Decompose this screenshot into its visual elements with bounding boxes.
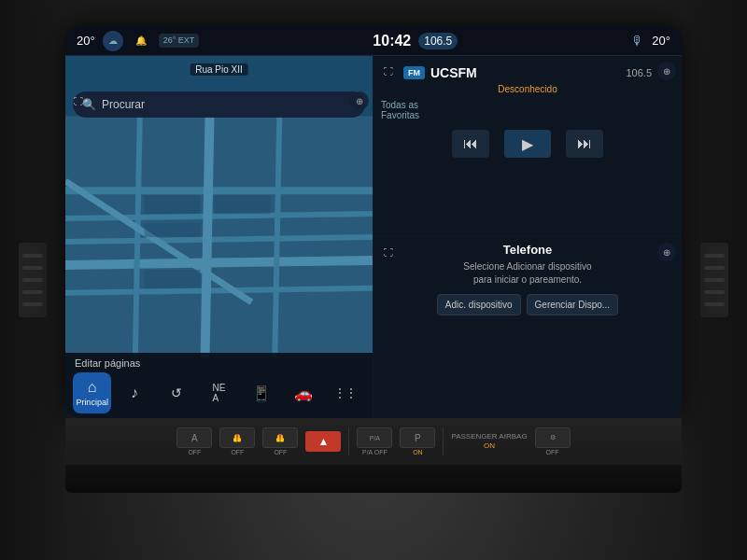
radio-top-row: FM UCSFM 106.5	[403, 65, 652, 80]
page-icon-apps[interactable]: ⋮⋮	[327, 372, 365, 413]
divider-2	[443, 427, 444, 455]
music-icon: ♪	[131, 385, 138, 401]
radio-status: Desconhecido	[381, 84, 674, 94]
seatbelt-icon-2: 🦺	[275, 434, 285, 442]
svg-line-4	[65, 260, 373, 265]
seatbelt-icon-1: 🦺	[233, 434, 242, 442]
divider-1	[348, 427, 349, 455]
vent-slot	[704, 266, 725, 270]
parking-btn[interactable]: P ON	[400, 427, 435, 455]
main-content-grid: Rua Pio XII 🔍 Procurar ⊕ ⛶	[65, 56, 682, 418]
svg-rect-10	[145, 195, 201, 214]
parking-assist-icon: P/A	[370, 435, 380, 441]
radio-play-button[interactable]: ▶	[504, 130, 551, 158]
edit-pages-label: Editar páginas	[65, 353, 373, 371]
auto-btn[interactable]: A OFF	[176, 427, 212, 455]
vent-slot	[22, 278, 43, 282]
infotainment-screen: 20° ☁ 🔔 26° EXT 10:42 106.5 🎙 20°	[65, 26, 682, 418]
hardware-controls-bar: A OFF 🦺 OFF 🦺 OFF ▲ P/A P/A OFF	[65, 418, 682, 465]
page-icon-compass[interactable]: NEA	[200, 372, 238, 413]
vent-slot	[704, 278, 725, 282]
ext-temp-badge: 26° EXT	[159, 34, 200, 48]
auto-btn-body: A	[176, 427, 212, 448]
map-panel[interactable]: Rua Pio XII 🔍 Procurar ⊕ ⛶	[65, 56, 374, 418]
svg-line-7	[205, 116, 210, 357]
seatbelt-2-label: OFF	[274, 449, 287, 455]
seatbelt-btn-1[interactable]: 🦺 OFF	[219, 427, 255, 455]
vent-slot	[704, 254, 725, 258]
bottom-dash	[65, 465, 682, 493]
home-icon: ⌂	[88, 379, 97, 396]
navigation-icon: ↺	[171, 385, 182, 400]
vent-slot	[704, 290, 725, 294]
extra-btn[interactable]: ⚙ OFF	[535, 427, 571, 455]
hazard-button[interactable]: ▲	[305, 431, 341, 452]
apps-icon: ⋮⋮	[334, 386, 357, 399]
parking-icon: P	[415, 433, 421, 443]
extra-icon: ⚙	[550, 434, 556, 441]
radio-next-button[interactable]: ⏭	[566, 130, 603, 158]
status-right-group: 🎙 20°	[631, 34, 670, 49]
page-icon-principal[interactable]: ⌂ Principal	[73, 372, 111, 413]
status-bar: 20° ☁ 🔔 26° EXT 10:42 106.5 🎙 20°	[65, 26, 682, 56]
phone-icon: 📱	[252, 385, 271, 402]
status-center-group: 10:42 106.5	[373, 33, 458, 49]
parking-assist-label: P/A OFF	[362, 449, 388, 455]
parking-assist-btn[interactable]: P/A P/A OFF	[357, 427, 392, 455]
radio-prev-button[interactable]: ⏮	[452, 130, 489, 158]
svg-rect-13	[145, 270, 201, 288]
microphone-icon[interactable]: 🎙	[631, 34, 644, 49]
vent-slot	[22, 254, 43, 258]
extra-label: OFF	[546, 449, 559, 455]
map-compass-button[interactable]: ⊕	[350, 91, 369, 110]
screen-content: 20° ☁ 🔔 26° EXT 10:42 106.5 🎙 20°	[65, 26, 682, 418]
prev-icon: ⏮	[463, 135, 478, 152]
add-device-button[interactable]: Adic. dispositivo	[437, 294, 521, 315]
edit-pages-bar: Editar páginas ⌂ Principal ♪ ↺	[65, 353, 373, 418]
car-icon: 🚗	[294, 385, 313, 402]
phone-panel-title: Telefone	[381, 243, 674, 257]
seatbelt-btn-1-body: 🦺	[219, 427, 255, 448]
manage-devices-button[interactable]: Gerenciar Dispo...	[527, 294, 619, 315]
radio-station-name: UCSFM	[430, 65, 477, 80]
phone-expand-button[interactable]: ⛶	[379, 243, 398, 261]
principal-label: Principal	[76, 398, 108, 407]
seatbelt-btn-2[interactable]: 🦺 OFF	[262, 427, 298, 455]
parking-assist-btn-body: P/A	[357, 427, 392, 448]
seatbelt-btn-2-body: 🦺	[262, 427, 298, 448]
page-icon-car[interactable]: 🚗	[284, 372, 322, 413]
fm-badge: FM	[403, 66, 425, 79]
phone-compass-button[interactable]: ⊕	[657, 243, 676, 261]
hazard-icon: ▲	[317, 435, 329, 448]
seatbelt-1-label: OFF	[231, 449, 244, 455]
vent-slot	[22, 290, 43, 294]
vent-slot	[704, 302, 725, 306]
radio-compass-button[interactable]: ⊕	[657, 62, 676, 80]
auto-label: OFF	[188, 449, 201, 455]
search-label: Procurar	[102, 98, 145, 111]
parking-label: ON	[413, 449, 423, 455]
radio-freq-display: 106.5	[418, 33, 458, 49]
vent-slot	[22, 266, 43, 270]
extra-btn-body: ⚙	[535, 427, 571, 448]
phone-description: Selecione Adicionar dispositivo para ini…	[381, 260, 674, 287]
temp-left: 20°	[77, 34, 95, 48]
road-header-label: Rua Pio XII	[190, 63, 248, 76]
side-right-panel	[682, 0, 747, 560]
map-expand-button[interactable]: ⛶	[69, 91, 88, 110]
side-left-panel	[0, 0, 65, 560]
temp-right: 20°	[652, 34, 670, 48]
radio-favorites-label: Todas as Favoritas	[381, 100, 419, 120]
phone-action-buttons: Adic. dispositivo Gerenciar Dispo...	[381, 294, 674, 315]
map-search-bar[interactable]: 🔍 Procurar	[73, 91, 365, 118]
passenger-airbag-label: PASSENGER AIRBAG ON	[451, 432, 527, 450]
radio-favorites-row: Todas as Favoritas	[381, 100, 674, 126]
page-icon-nav[interactable]: ↺	[158, 372, 196, 413]
clock-display: 10:42	[373, 33, 411, 49]
page-icon-music[interactable]: ♪	[115, 372, 153, 413]
page-icon-phone[interactable]: 📱	[242, 372, 280, 413]
airbag-status: ON	[484, 441, 495, 450]
next-icon: ⏭	[577, 135, 592, 152]
radio-expand-button[interactable]: ⛶	[379, 62, 398, 80]
bell-icon[interactable]: 🔔	[131, 31, 151, 51]
